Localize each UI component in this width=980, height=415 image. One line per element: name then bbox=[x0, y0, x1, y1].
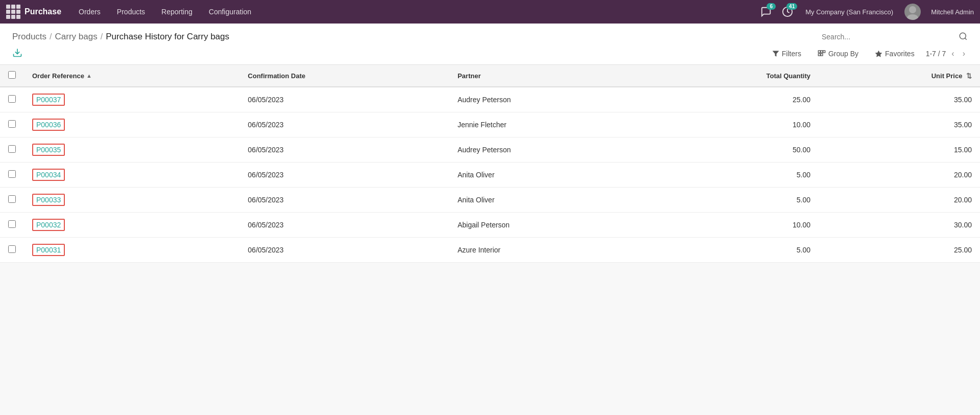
row-checkbox-cell[interactable] bbox=[0, 188, 24, 213]
row-order-ref: P00034 bbox=[24, 163, 240, 188]
pagination-next[interactable]: › bbox=[960, 48, 968, 59]
row-checkbox-cell[interactable] bbox=[0, 112, 24, 137]
unit-price-filter-icon[interactable]: ⇅ bbox=[966, 72, 972, 80]
action-bar: Filters Group By Favorites 1-7 / 7 ‹ › bbox=[0, 43, 980, 65]
table-row: P00034 06/05/2023 Anita Oliver 5.00 20.0… bbox=[0, 163, 980, 188]
svg-point-1 bbox=[909, 6, 916, 13]
row-checkbox-6[interactable] bbox=[8, 245, 16, 253]
order-ref-link-5[interactable]: P00032 bbox=[32, 219, 65, 231]
row-checkbox-cell[interactable] bbox=[0, 87, 24, 112]
col-confirmation-date-label: Confirmation Date bbox=[248, 72, 305, 80]
download-button[interactable] bbox=[12, 48, 22, 60]
breadcrumb-current: Purchase History for Carry bags bbox=[106, 32, 229, 42]
col-order-reference-label: Order Reference bbox=[32, 72, 84, 80]
col-total-quantity[interactable]: Total Quantity bbox=[647, 65, 819, 87]
table-row: P00037 06/05/2023 Audrey Peterson 25.00 … bbox=[0, 87, 980, 112]
nav-configuration[interactable]: Configuration bbox=[202, 0, 258, 24]
breadcrumb-carry-bags[interactable]: Carry bags bbox=[55, 32, 98, 42]
row-checkbox-5[interactable] bbox=[8, 220, 16, 228]
order-ref-link-1[interactable]: P00036 bbox=[32, 119, 65, 131]
row-order-ref: P00036 bbox=[24, 112, 240, 137]
row-partner: Audrey Peterson bbox=[449, 137, 647, 163]
svg-rect-8 bbox=[821, 51, 823, 53]
order-ref-link-3[interactable]: P00034 bbox=[32, 169, 65, 181]
search-icon[interactable] bbox=[959, 32, 968, 42]
row-partner: Anita Oliver bbox=[449, 188, 647, 213]
messages-button[interactable]: 6 bbox=[760, 6, 772, 17]
nav-reporting[interactable]: Reporting bbox=[154, 0, 200, 24]
pagination-prev[interactable]: ‹ bbox=[949, 48, 957, 59]
svg-rect-11 bbox=[821, 54, 823, 56]
breadcrumb-products[interactable]: Products bbox=[12, 32, 46, 42]
row-price: 15.00 bbox=[819, 137, 980, 163]
user-avatar[interactable] bbox=[904, 4, 921, 20]
col-order-reference[interactable]: Order Reference ▲ bbox=[24, 65, 240, 87]
search-input[interactable] bbox=[822, 31, 954, 43]
row-qty: 25.00 bbox=[647, 87, 819, 112]
order-ref-link-6[interactable]: P00031 bbox=[32, 244, 65, 256]
col-unit-price-label: Unit Price bbox=[931, 72, 963, 80]
table-row: P00033 06/05/2023 Anita Oliver 5.00 20.0… bbox=[0, 188, 980, 213]
col-confirmation-date[interactable]: Confirmation Date bbox=[240, 65, 449, 87]
row-checkbox-3[interactable] bbox=[8, 170, 16, 178]
select-all-checkbox[interactable] bbox=[8, 71, 16, 79]
app-grid-icon[interactable] bbox=[6, 5, 20, 19]
col-total-quantity-label: Total Quantity bbox=[767, 72, 810, 80]
sort-asc-icon: ▲ bbox=[86, 73, 92, 79]
row-price: 30.00 bbox=[819, 213, 980, 238]
row-date: 06/05/2023 bbox=[240, 112, 449, 137]
order-ref-link-0[interactable]: P00037 bbox=[32, 94, 65, 106]
pagination-range: 1-7 / 7 bbox=[926, 50, 946, 58]
nav-orders[interactable]: Orders bbox=[71, 0, 108, 24]
row-price: 25.00 bbox=[819, 238, 980, 263]
filters-label: Filters bbox=[782, 50, 801, 58]
row-checkbox-2[interactable] bbox=[8, 145, 16, 153]
row-date: 06/05/2023 bbox=[240, 213, 449, 238]
svg-point-2 bbox=[907, 14, 918, 20]
row-date: 06/05/2023 bbox=[240, 188, 449, 213]
row-partner: Audrey Peterson bbox=[449, 87, 647, 112]
row-checkbox-cell[interactable] bbox=[0, 137, 24, 163]
company-name[interactable]: My Company (San Francisco) bbox=[805, 8, 893, 16]
filters-button[interactable]: Filters bbox=[767, 47, 806, 60]
row-checkbox-cell[interactable] bbox=[0, 238, 24, 263]
row-checkbox-4[interactable] bbox=[8, 195, 16, 203]
row-order-ref: P00031 bbox=[24, 238, 240, 263]
row-partner: Abigail Peterson bbox=[449, 213, 647, 238]
row-partner: Jennie Fletcher bbox=[449, 112, 647, 137]
svg-rect-10 bbox=[818, 54, 820, 56]
purchase-history-table: Order Reference ▲ Confirmation Date Part… bbox=[0, 65, 980, 263]
nav-products[interactable]: Products bbox=[110, 0, 152, 24]
search-bar bbox=[822, 31, 968, 43]
row-checkbox-cell[interactable] bbox=[0, 213, 24, 238]
row-order-ref: P00037 bbox=[24, 87, 240, 112]
row-price: 35.00 bbox=[819, 112, 980, 137]
col-partner-label: Partner bbox=[458, 72, 481, 80]
activity-button[interactable]: 41 bbox=[782, 6, 793, 17]
user-name[interactable]: Mitchell Admin bbox=[931, 8, 974, 16]
svg-point-3 bbox=[960, 33, 966, 39]
select-all-header[interactable] bbox=[0, 65, 24, 87]
favorites-button[interactable]: Favorites bbox=[870, 47, 920, 60]
col-unit-price[interactable]: Unit Price ⇅ bbox=[819, 65, 980, 87]
breadcrumb-bar: Products / Carry bags / Purchase History… bbox=[0, 24, 980, 43]
row-qty: 10.00 bbox=[647, 112, 819, 137]
order-ref-link-2[interactable]: P00035 bbox=[32, 144, 65, 156]
groupby-label: Group By bbox=[828, 50, 858, 58]
groupby-button[interactable]: Group By bbox=[812, 47, 864, 60]
col-partner[interactable]: Partner bbox=[449, 65, 647, 87]
table-row: P00031 06/05/2023 Azure Interior 5.00 25… bbox=[0, 238, 980, 263]
messages-badge: 6 bbox=[767, 3, 776, 10]
table-row: P00036 06/05/2023 Jennie Fletcher 10.00 … bbox=[0, 112, 980, 137]
row-date: 06/05/2023 bbox=[240, 137, 449, 163]
row-checkbox-cell[interactable] bbox=[0, 163, 24, 188]
brand-label[interactable]: Purchase bbox=[25, 7, 61, 16]
row-date: 06/05/2023 bbox=[240, 87, 449, 112]
row-qty: 10.00 bbox=[647, 213, 819, 238]
pagination: 1-7 / 7 ‹ › bbox=[926, 48, 968, 59]
order-ref-link-4[interactable]: P00033 bbox=[32, 194, 65, 206]
row-checkbox-0[interactable] bbox=[8, 95, 16, 103]
row-order-ref: P00035 bbox=[24, 137, 240, 163]
row-checkbox-1[interactable] bbox=[8, 120, 16, 128]
row-qty: 50.00 bbox=[647, 137, 819, 163]
